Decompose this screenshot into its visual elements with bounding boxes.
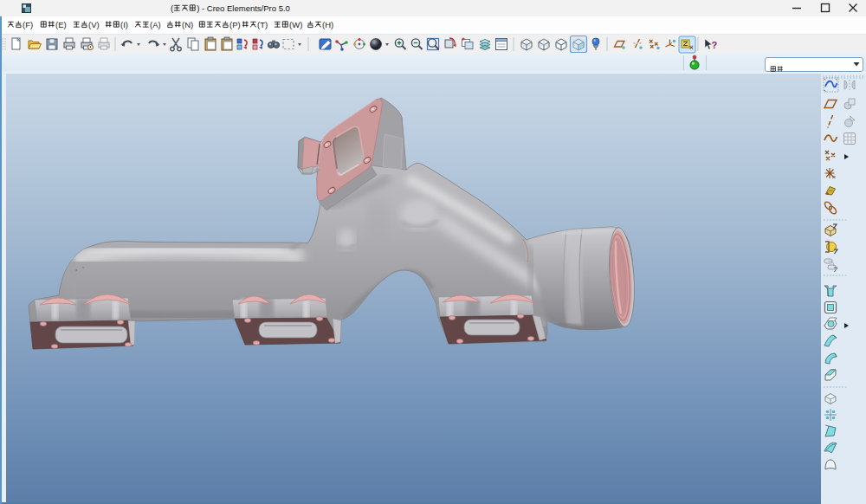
svg-text:?: ? bbox=[712, 40, 718, 50]
